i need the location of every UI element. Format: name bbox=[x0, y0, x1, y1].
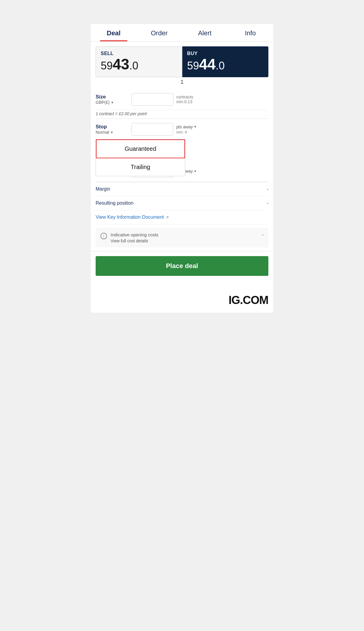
tab-alert[interactable]: Alert bbox=[182, 24, 228, 41]
divider-3 bbox=[91, 251, 273, 251]
stop-pts-arrow-icon: ▼ bbox=[194, 125, 197, 128]
stop-input[interactable] bbox=[132, 123, 173, 135]
stop-type-label: Normal bbox=[96, 130, 109, 135]
buy-price-big: 44 bbox=[199, 56, 216, 73]
buy-price-prefix: 59 bbox=[187, 60, 199, 72]
stop-pts-away: pts away ▼ bbox=[176, 124, 197, 129]
margin-value: - bbox=[267, 186, 268, 192]
info-icon: i bbox=[100, 233, 107, 239]
size-row: Size GBP(£) ▼ ▲ ▼ contracts min:0.13 bbox=[96, 89, 268, 110]
resulting-position-row: Resulting position - bbox=[96, 196, 268, 210]
kid-link[interactable]: View Key Information Document ↗ bbox=[96, 210, 268, 224]
stop-pts-group: pts away ▼ min: 4 bbox=[176, 124, 197, 134]
form-section: Size GBP(£) ▼ ▲ ▼ contracts min:0.13 1 c… bbox=[91, 89, 273, 247]
dropdown-item-trailing[interactable]: Trailing bbox=[96, 158, 185, 176]
trading-panel: Deal Order Alert Info SELL 5943.0 BUY 59… bbox=[91, 24, 273, 313]
size-currency-dropdown[interactable]: GBP(£) ▼ bbox=[96, 100, 129, 105]
stop-type-arrow-icon: ▼ bbox=[110, 131, 113, 134]
size-currency-label: GBP(£) bbox=[96, 100, 110, 105]
tab-order[interactable]: Order bbox=[137, 24, 182, 41]
buy-button[interactable]: BUY 5944.0 bbox=[182, 46, 268, 77]
resulting-position-label: Resulting position bbox=[96, 200, 133, 206]
buy-price-suffix: .0 bbox=[216, 60, 225, 72]
stop-min-hint: min: 4 bbox=[176, 130, 197, 134]
size-input-group: ▲ ▼ bbox=[131, 93, 173, 106]
stop-input-group: ▲ ▼ bbox=[131, 123, 173, 136]
buy-price: 5944.0 bbox=[187, 56, 264, 73]
cost-link[interactable]: View full cost details bbox=[111, 238, 264, 243]
kid-link-text: View Key Information Document bbox=[96, 215, 164, 220]
stop-main-label: Stop bbox=[96, 124, 129, 130]
size-input[interactable] bbox=[132, 93, 173, 105]
sell-price-prefix: 59 bbox=[101, 60, 113, 72]
size-currency-arrow-icon: ▼ bbox=[111, 101, 114, 104]
cost-content: Indicative opening costs - View full cos… bbox=[111, 232, 264, 243]
size-hint: contracts min:0.13 bbox=[176, 95, 193, 104]
cost-label: Indicative opening costs bbox=[111, 232, 158, 237]
price-row: SELL 5943.0 BUY 5944.0 bbox=[96, 46, 268, 77]
stop-label-group: Stop Normal ▼ bbox=[96, 124, 129, 135]
stop-dropdown-menu: Guaranteed Trailing bbox=[96, 139, 185, 176]
sell-price: 5943.0 bbox=[101, 56, 177, 73]
resulting-position-value: - bbox=[267, 200, 268, 206]
margin-label: Margin bbox=[96, 186, 110, 192]
branding: IG.COM bbox=[91, 282, 273, 313]
size-main-label: Size bbox=[96, 94, 129, 100]
spread-value: 1 bbox=[91, 79, 273, 85]
place-deal-button[interactable]: Place deal bbox=[96, 256, 268, 276]
contract-note: 1 contract = £2.00 per point bbox=[96, 111, 268, 116]
size-contracts-label: contracts bbox=[176, 95, 193, 99]
limit-pts-arrow-icon: ▼ bbox=[194, 170, 197, 173]
tab-bar: Deal Order Alert Info bbox=[91, 24, 273, 42]
cost-row: Indicative opening costs - bbox=[111, 232, 264, 237]
stop-row: Stop Normal ▼ ▲ ▼ pts away ▼ min: 4 bbox=[96, 119, 268, 138]
sell-label: SELL bbox=[101, 51, 177, 56]
cost-box: i Indicative opening costs - View full c… bbox=[96, 228, 268, 247]
size-min-label: min:0.13 bbox=[176, 99, 193, 104]
dropdown-item-guaranteed[interactable]: Guaranteed bbox=[96, 139, 185, 158]
tab-deal[interactable]: Deal bbox=[91, 24, 137, 41]
sell-button[interactable]: SELL 5943.0 bbox=[96, 46, 182, 77]
sell-price-suffix: .0 bbox=[129, 60, 138, 72]
size-label-group: Size GBP(£) ▼ bbox=[96, 94, 129, 105]
stop-type-dropdown[interactable]: Normal ▼ bbox=[96, 130, 129, 135]
cost-value: - bbox=[262, 232, 264, 237]
external-link-icon: ↗ bbox=[166, 215, 169, 220]
buy-label: BUY bbox=[187, 51, 264, 56]
margin-row: Margin - bbox=[96, 182, 268, 196]
sell-price-big: 43 bbox=[113, 56, 129, 73]
tab-info[interactable]: Info bbox=[228, 24, 273, 41]
